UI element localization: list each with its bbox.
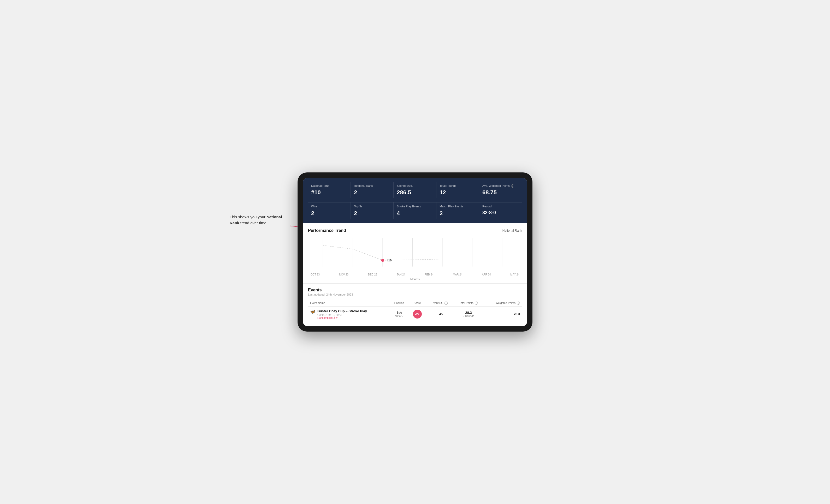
stat-wins-value: 2 [311, 210, 347, 217]
stat-total-rounds: Total Rounds 12 [437, 182, 479, 198]
avg-weighted-info-icon: i [511, 184, 514, 188]
stat-regional-rank-label: Regional Rank [354, 184, 390, 188]
table-row: 🦋 Buster Cozy Cup – Stroke Play Oct 9 – … [308, 306, 522, 322]
rank-impact-arrow: ▼ [336, 317, 338, 319]
stat-record-value: 32-8-0 [482, 210, 519, 215]
chart-data-label: #10 [387, 259, 391, 262]
stat-top3s-value: 2 [354, 210, 390, 217]
stat-regional-rank-value: 2 [354, 189, 390, 196]
event-name-cell: 🦋 Buster Cozy Cup – Stroke Play Oct 9 – … [308, 306, 390, 322]
event-position: 6th [392, 311, 407, 314]
chart-area: #10 [308, 237, 522, 271]
stat-match-play-label: Match Play Events [440, 204, 476, 208]
stat-top3s-label: Top 3s [354, 204, 390, 208]
tablet-screen: National Rank #10 Regional Rank 2 Scorin… [303, 178, 527, 326]
weighted-points-info-icon: i [517, 302, 520, 305]
total-points-info-icon: i [475, 302, 478, 305]
stat-national-rank: National Rank #10 [308, 182, 351, 198]
stat-total-rounds-label: Total Rounds [440, 184, 476, 188]
event-icon: 🦋 [310, 309, 315, 314]
stat-match-play-value: 2 [440, 210, 476, 217]
event-total-points: 28.3 [455, 311, 482, 314]
stat-stroke-play-events: Stroke Play Events 4 [393, 202, 437, 219]
x-label-oct23: OCT 23 [311, 273, 320, 276]
stat-match-play-events: Match Play Events 2 [437, 202, 479, 219]
event-name: Buster Cozy Cup – Stroke Play [317, 309, 367, 313]
event-position-cell: 6th out of 7 [390, 306, 409, 322]
stat-wins: Wins 2 [308, 202, 351, 219]
chart-data-point [381, 259, 384, 262]
stat-scoring-avg-value: 286.5 [397, 189, 433, 196]
stat-stroke-play-value: 4 [397, 210, 433, 217]
col-score: Score [409, 300, 426, 306]
event-total-points-cell: 28.3 3 Rounds [453, 306, 484, 322]
events-table: Event Name Position Score Event SG [308, 300, 522, 322]
stat-national-rank-value: #10 [311, 189, 347, 196]
annotation-after: trend over time [240, 221, 266, 225]
event-total-rounds: 3 Rounds [455, 314, 482, 317]
stat-avg-weighted-value: 68.75 [482, 189, 519, 196]
tablet-frame: National Rank #10 Regional Rank 2 Scorin… [297, 172, 533, 332]
event-sg-value: 0.45 [437, 312, 443, 316]
events-header-row: Event Name Position Score Event SG [308, 300, 522, 306]
event-score-badge: -22 [413, 310, 422, 318]
stats-row-1: National Rank #10 Regional Rank 2 Scorin… [303, 178, 527, 202]
x-label-may24: MAY 24 [510, 273, 519, 276]
performance-chart: #10 [308, 237, 522, 271]
x-label-jan24: JAN 24 [397, 273, 405, 276]
events-table-body: 🦋 Buster Cozy Cup – Stroke Play Oct 9 – … [308, 306, 522, 322]
event-sg-info-icon: i [445, 302, 448, 305]
events-last-updated: Last updated: 24th November 2023 [308, 293, 522, 296]
chart-x-labels: OCT 23 NOV 23 DEC 23 JAN 24 FEB 24 MAR 2… [308, 273, 522, 276]
col-total-points: Total Points i [453, 300, 484, 306]
annotation-before: This shows you your [230, 215, 266, 219]
event-sg-cell: 0.45 [426, 306, 453, 322]
stat-wins-label: Wins [311, 204, 347, 208]
stat-total-rounds-value: 12 [440, 189, 476, 196]
stat-record: Record 32-8-0 [479, 202, 522, 219]
x-label-nov23: NOV 23 [339, 273, 349, 276]
performance-section: Performance Trend National Rank [303, 223, 527, 283]
col-weighted-points: Weighted Points i [484, 300, 522, 306]
chart-x-axis-title: Months [308, 277, 522, 281]
stats-row-2: Wins 2 Top 3s 2 Stroke Play Events 4 Mat… [303, 202, 527, 223]
event-weighted-points: 28.3 [514, 312, 520, 316]
performance-header: Performance Trend National Rank [308, 228, 522, 233]
event-date: Oct 9 – Oct 10, 2023 [317, 313, 367, 316]
event-rank-impact: Rank Impact: 3 ▼ [317, 316, 367, 319]
event-position-of: out of 7 [392, 314, 407, 317]
performance-axis-label: National Rank [503, 229, 522, 232]
x-label-feb24: FEB 24 [425, 273, 433, 276]
stat-avg-weighted-label: Avg. Weighted Points i [482, 184, 519, 188]
events-section: Events Last updated: 24th November 2023 … [303, 283, 527, 326]
col-event-sg: Event SG i [426, 300, 453, 306]
stat-top3s: Top 3s 2 [351, 202, 393, 219]
x-label-dec23: DEC 23 [368, 273, 377, 276]
x-label-mar24: MAR 24 [453, 273, 462, 276]
content-area: National Rank #10 Regional Rank 2 Scorin… [303, 178, 527, 326]
stat-scoring-avg: Scoring Avg. 286.5 [393, 182, 437, 198]
x-label-apr24: APR 24 [482, 273, 491, 276]
stat-avg-weighted-points: Avg. Weighted Points i 68.75 [479, 182, 522, 198]
event-score-cell: -22 [409, 306, 426, 322]
stat-stroke-play-label: Stroke Play Events [397, 204, 433, 208]
performance-title: Performance Trend [308, 228, 346, 233]
events-title: Events [308, 288, 522, 293]
col-position: Position [390, 300, 409, 306]
stat-scoring-avg-label: Scoring Avg. [397, 184, 433, 188]
annotation-text: This shows you your National Rank trend … [230, 214, 287, 226]
event-weighted-points-cell: 28.3 [484, 306, 522, 322]
stat-record-label: Record [482, 204, 519, 208]
stat-regional-rank: Regional Rank 2 [351, 182, 393, 198]
stat-national-rank-label: National Rank [311, 184, 347, 188]
col-event-name: Event Name [308, 300, 390, 306]
events-table-header: Event Name Position Score Event SG [308, 300, 522, 306]
